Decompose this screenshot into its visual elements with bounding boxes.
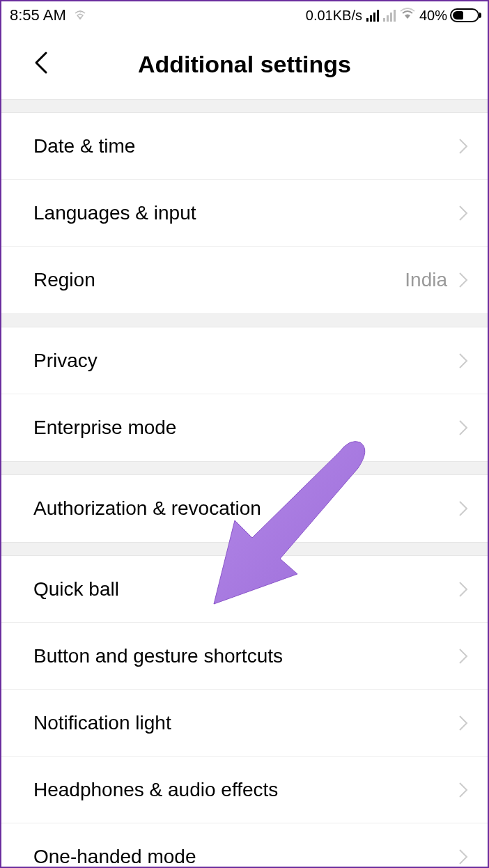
item-label: Notification light <box>33 712 171 734</box>
chevron-right-icon <box>458 138 468 155</box>
chevron-right-icon <box>458 352 468 369</box>
list-item-enterprise-mode[interactable]: Enterprise mode <box>1 394 488 461</box>
status-bar-left: 8:55 AM ? <box>10 6 87 24</box>
item-label: Privacy <box>33 350 98 372</box>
list-item-notification-light[interactable]: Notification light <box>1 690 488 757</box>
item-label: Button and gesture shortcuts <box>33 645 283 667</box>
status-time: 8:55 AM <box>10 6 66 24</box>
battery-indicator: 40% <box>419 8 479 24</box>
list-item-languages-input[interactable]: Languages & input <box>1 180 488 247</box>
chevron-right-icon <box>458 848 468 865</box>
wifi-off-icon: ? <box>73 6 87 24</box>
list-item-privacy[interactable]: Privacy <box>1 327 488 394</box>
data-speed: 0.01KB/s <box>306 8 362 24</box>
chevron-right-icon <box>458 272 468 288</box>
item-label: Authorization & revocation <box>33 497 261 520</box>
item-value: India <box>405 269 447 291</box>
page-title: Additional settings <box>15 51 474 78</box>
svg-text:?: ? <box>78 9 82 15</box>
item-label: Date & time <box>33 135 135 157</box>
list-item-button-gesture-shortcuts[interactable]: Button and gesture shortcuts <box>1 623 488 690</box>
battery-percent: 40% <box>419 8 447 24</box>
back-button[interactable] <box>33 50 49 78</box>
chevron-right-icon <box>458 715 468 731</box>
section-divider <box>1 313 488 327</box>
status-bar-right: 0.01KB/s 40% <box>306 8 479 24</box>
section-divider <box>1 542 488 556</box>
chevron-right-icon <box>458 419 468 436</box>
list-item-headphones-audio[interactable]: Headphones & audio effects <box>1 757 488 823</box>
chevron-right-icon <box>458 648 468 665</box>
list-item-date-time[interactable]: Date & time <box>1 113 488 180</box>
signal-bars-dim-icon <box>383 9 396 22</box>
chevron-right-icon <box>458 782 468 798</box>
section-divider <box>1 461 488 475</box>
item-label: One-handed mode <box>33 846 196 868</box>
list-item-quick-ball[interactable]: Quick ball <box>1 556 488 623</box>
signal-bars-icon <box>366 9 379 22</box>
app-header: Additional settings <box>1 29 488 99</box>
list-item-region[interactable]: Region India <box>1 247 488 313</box>
item-label: Languages & input <box>33 202 196 224</box>
chevron-right-icon <box>458 205 468 222</box>
chevron-right-icon <box>458 500 468 517</box>
item-label: Headphones & audio effects <box>33 779 278 801</box>
item-label: Enterprise mode <box>33 417 176 439</box>
svg-point-0 <box>79 17 81 20</box>
chevron-right-icon <box>458 581 468 598</box>
list-item-authorization-revocation[interactable]: Authorization & revocation <box>1 475 488 542</box>
item-label: Quick ball <box>33 578 119 600</box>
battery-icon <box>450 8 479 22</box>
item-label: Region <box>33 269 95 291</box>
status-bar: 8:55 AM ? 0.01KB/s 40% <box>1 1 488 29</box>
wifi-icon <box>400 8 415 24</box>
list-item-one-handed-mode[interactable]: One-handed mode <box>1 823 488 868</box>
section-divider <box>1 99 488 113</box>
